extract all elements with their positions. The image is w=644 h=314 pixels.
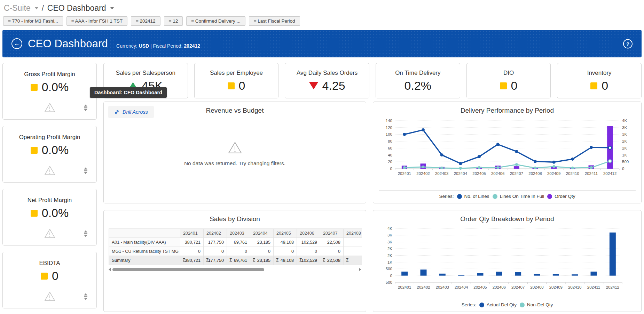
scroll-right-arrow-icon[interactable] — [359, 268, 361, 271]
scroll-left-arrow-icon[interactable] — [109, 268, 111, 271]
legend-item[interactable]: Order Qty — [547, 194, 575, 199]
data-point[interactable] — [515, 163, 518, 166]
data-point[interactable] — [440, 167, 443, 169]
axis-tick-label: 500 — [622, 160, 629, 164]
qty-bar[interactable] — [553, 274, 559, 276]
data-point[interactable] — [496, 143, 500, 146]
kpi-card-net-profit-margin[interactable]: Net Profit Margin 0.0% — [2, 189, 97, 245]
warning-triangle-icon — [227, 140, 243, 155]
data-point[interactable] — [608, 146, 612, 149]
axis-tick-label: 4K — [622, 119, 627, 123]
scrollbar-track[interactable] — [112, 268, 357, 271]
data-point[interactable] — [403, 133, 406, 136]
qty-bar[interactable] — [421, 269, 427, 275]
axis-tick-label: 202405 — [472, 171, 486, 176]
data-point[interactable] — [590, 166, 593, 169]
ceo-dashboard-page: { "breadcrumb": { "parent": "C-Suite", "… — [0, 0, 644, 314]
data-point[interactable] — [496, 166, 499, 169]
data-point[interactable] — [534, 167, 537, 169]
value-stepper[interactable] — [84, 168, 87, 174]
data-point[interactable] — [422, 166, 425, 168]
legend-item[interactable]: Actual Del Qty — [479, 302, 517, 307]
fiscal-period-label: Fiscal Period: — [153, 43, 183, 49]
filter-chip-division[interactable]: = 770 - Infor M3 Fashi... — [3, 16, 63, 26]
data-point[interactable] — [571, 167, 574, 169]
qty-bar[interactable] — [591, 272, 597, 276]
qty-bar[interactable] — [458, 275, 464, 276]
data-point[interactable] — [534, 160, 537, 163]
data-point[interactable] — [422, 128, 425, 131]
panel-revenue-vs-budget: Drill Across Revenue vs Budget No data w… — [103, 102, 366, 203]
axis-tick-label: 202406 — [493, 285, 506, 289]
qty-bar[interactable] — [477, 273, 484, 276]
kpi-card-dio[interactable]: DIO 0 — [466, 63, 551, 98]
help-button[interactable]: ? — [623, 39, 633, 48]
value-stepper[interactable] — [84, 293, 87, 300]
value-stepper[interactable] — [84, 231, 87, 237]
trend-down-icon — [309, 82, 318, 89]
data-point[interactable] — [590, 146, 593, 149]
kpi-value: 0.0% — [42, 206, 69, 220]
filter-chip-company[interactable]: = AAA - Infor FSH 1 TST — [66, 16, 127, 26]
axis-tick-label: 2K — [622, 139, 627, 143]
left-kpi-column: Gross Profit Margin 0.0% Operating Profi… — [2, 63, 97, 312]
kpi-title: DIO — [467, 70, 551, 77]
data-point[interactable] — [571, 158, 574, 161]
legend-series-name: Lines On Time In Full — [500, 194, 544, 199]
kpi-card-inventory[interactable]: Inventory 0 — [557, 63, 642, 98]
table-row[interactable]: MG1 - CU Returns facility TST MG 0 0 0 0… — [109, 247, 362, 256]
data-point[interactable] — [552, 165, 555, 168]
filter-chip-fiscal[interactable]: = Last Fiscal Period — [249, 16, 300, 26]
qty-bar[interactable] — [534, 274, 540, 276]
qty-bar[interactable] — [572, 274, 578, 275]
qty-bar[interactable] — [496, 272, 502, 275]
kpi-card-operating-profit-margin[interactable]: Operating Profit Margin 0.0% — [2, 126, 97, 183]
scrollbar-thumb[interactable] — [112, 268, 264, 271]
data-point[interactable] — [515, 150, 518, 153]
filter-chip-period[interactable]: = 202412 — [131, 16, 160, 26]
table-row[interactable]: A01 - Main facility(DIV AAA) 380,721 177… — [109, 238, 362, 247]
qty-bar[interactable] — [515, 272, 521, 275]
kpi-card-avg-daily-sales-orders[interactable]: Avg Daily Sales Orders 4.25 — [285, 63, 369, 98]
data-point[interactable] — [478, 155, 481, 158]
order-qty-bar[interactable] — [514, 166, 519, 169]
chevron-down-icon[interactable] — [35, 7, 38, 9]
axis-tick-label: 202412 — [606, 285, 619, 289]
axis-tick-label: 202407 — [511, 285, 525, 289]
value-stepper[interactable] — [84, 105, 87, 111]
kpi-card-gross-profit-margin[interactable]: Gross Profit Margin 0.0% — [2, 63, 97, 120]
data-point[interactable] — [459, 162, 462, 165]
kpi-title: Sales per Employee — [195, 70, 278, 77]
line-series — [405, 161, 610, 168]
data-point[interactable] — [459, 167, 462, 170]
qty-bar[interactable] — [610, 233, 616, 276]
kpi-card-sales-per-employee[interactable]: Sales per Employee 0 — [194, 63, 279, 98]
drill-across-button[interactable]: Drill Across — [108, 106, 154, 118]
qty-bar[interactable] — [401, 272, 408, 276]
data-point[interactable] — [552, 161, 556, 164]
link-icon — [114, 110, 119, 115]
legend-item[interactable]: Non-Del Qty — [520, 302, 553, 307]
table-horizontal-scrollbar[interactable] — [109, 267, 361, 272]
qty-bar[interactable] — [439, 274, 446, 276]
kpi-card-on-time-delivery[interactable]: On Time Delivery 0.2% — [376, 63, 460, 98]
legend-item[interactable]: Lines On Time In Full — [493, 194, 544, 199]
axis-tick-label: 3K — [622, 132, 627, 136]
column-header: 202404 — [250, 229, 274, 238]
data-point[interactable] — [478, 166, 481, 169]
breadcrumb-current[interactable]: CEO Dashboard — [47, 3, 106, 13]
breadcrumb-parent[interactable]: C-Suite — [4, 3, 31, 13]
data-point[interactable] — [608, 160, 611, 162]
axis-tick-label: 202404 — [454, 171, 468, 176]
data-point[interactable] — [403, 166, 406, 169]
legend-item[interactable]: No. of Lines — [457, 194, 489, 199]
back-button[interactable]: ← — [11, 38, 22, 49]
data-point[interactable] — [440, 153, 443, 156]
sigma-icon: Σ — [299, 258, 302, 263]
filter-chip-delivery[interactable]: = Confirmed Delivery ... — [186, 16, 245, 26]
kpi-card-ebidta[interactable]: EBIDTA 0 — [2, 252, 97, 308]
filter-chip-months[interactable]: = 12 — [164, 16, 183, 26]
kpi-value: 0 — [602, 79, 608, 92]
warning-triangle-icon — [44, 165, 56, 177]
chevron-down-icon[interactable] — [110, 7, 114, 9]
